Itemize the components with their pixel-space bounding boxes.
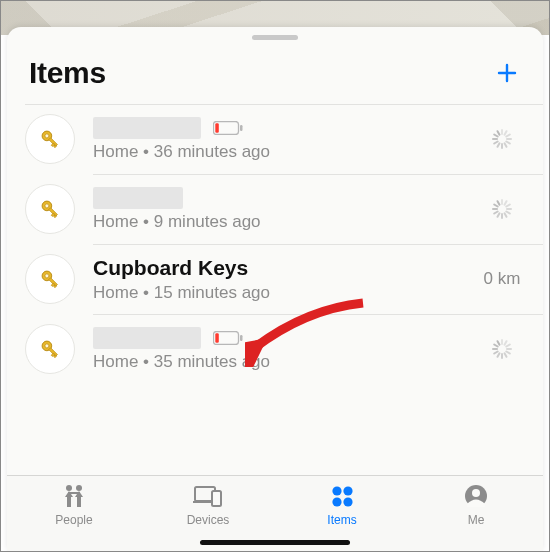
add-item-button[interactable] (493, 56, 521, 90)
loading-spinner-icon (492, 199, 512, 219)
list-item[interactable]: Home • 9 minutes ago (7, 174, 543, 244)
svg-point-27 (76, 485, 82, 491)
tab-people[interactable]: People (7, 482, 141, 527)
svg-point-35 (343, 497, 352, 506)
svg-rect-6 (215, 123, 219, 132)
item-distance: 0 km (484, 269, 521, 289)
item-trailing (477, 199, 527, 219)
item-name-redacted (93, 117, 201, 139)
item-body: Home • 35 minutes ago (93, 327, 477, 372)
low-battery-icon (213, 121, 243, 135)
list-item[interactable]: Cupboard Keys Home • 15 minutes ago 0 km (7, 244, 543, 314)
svg-rect-28 (68, 492, 80, 494)
item-subtext: Home • 9 minutes ago (93, 212, 477, 232)
tab-items[interactable]: Items (275, 482, 409, 527)
key-icon (25, 324, 75, 374)
item-subtext: Home • 15 minutes ago (93, 283, 477, 303)
item-name-redacted (93, 327, 201, 349)
screen: Items Home • 36 minutes ago (0, 0, 550, 552)
item-subtext: Home • 36 minutes ago (93, 142, 477, 162)
list-item[interactable]: Home • 35 minutes ago (7, 314, 543, 384)
page-title: Items (29, 56, 106, 90)
svg-point-33 (343, 486, 352, 495)
items-sheet: Items Home • 36 minutes ago (7, 27, 543, 551)
item-body: Cupboard Keys Home • 15 minutes ago (93, 256, 477, 303)
tab-label: People (55, 513, 92, 527)
sheet-grabber[interactable] (252, 35, 298, 40)
key-icon (25, 254, 75, 304)
items-list: Home • 36 minutes ago Home • 9 mi (7, 104, 543, 475)
tab-me[interactable]: Me (409, 482, 543, 527)
item-body: Home • 9 minutes ago (93, 187, 477, 232)
item-name-redacted (93, 187, 183, 209)
svg-rect-25 (240, 335, 243, 341)
item-body: Home • 36 minutes ago (93, 117, 477, 162)
sheet-header: Items (7, 46, 543, 104)
item-trailing: 0 km (477, 269, 527, 289)
low-battery-icon (213, 331, 243, 345)
loading-spinner-icon (492, 129, 512, 149)
key-icon (25, 184, 75, 234)
me-icon (461, 482, 491, 510)
svg-rect-31 (212, 491, 221, 506)
tab-label: Me (468, 513, 485, 527)
list-item[interactable]: Home • 36 minutes ago (7, 104, 543, 174)
item-name: Cupboard Keys (93, 256, 248, 280)
svg-point-37 (472, 489, 480, 497)
svg-point-34 (332, 497, 341, 506)
svg-rect-7 (240, 125, 243, 131)
tab-devices[interactable]: Devices (141, 482, 275, 527)
tab-label: Devices (187, 513, 230, 527)
home-indicator[interactable] (200, 540, 350, 545)
svg-point-26 (66, 485, 72, 491)
items-icon (327, 482, 357, 510)
loading-spinner-icon (492, 339, 512, 359)
key-icon (25, 114, 75, 164)
devices-icon (193, 482, 223, 510)
plus-icon (495, 61, 519, 85)
item-trailing (477, 339, 527, 359)
tab-bar: People Devices Items Me (7, 475, 543, 551)
item-subtext: Home • 35 minutes ago (93, 352, 477, 372)
svg-rect-24 (215, 333, 219, 342)
svg-point-32 (332, 486, 341, 495)
tab-label: Items (327, 513, 356, 527)
people-icon (59, 482, 89, 510)
item-trailing (477, 129, 527, 149)
